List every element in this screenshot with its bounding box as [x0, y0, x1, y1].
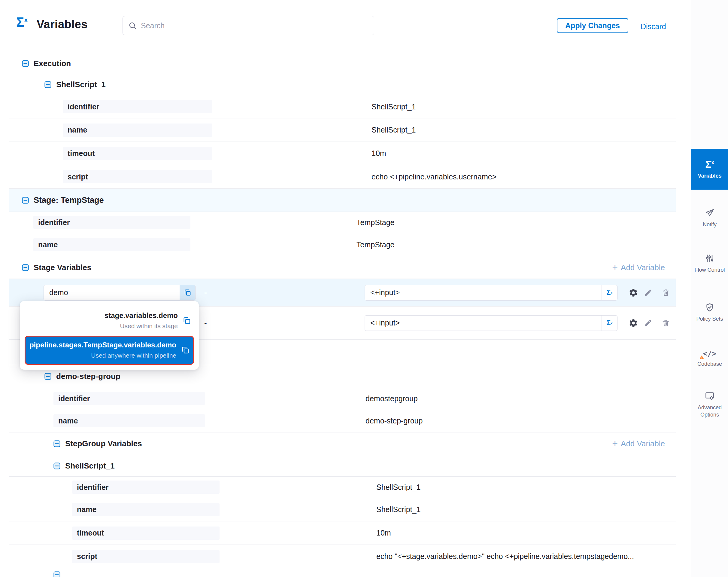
row-step-group-name: name demo-step-group — [9, 409, 676, 432]
prop-label: name — [33, 238, 190, 251]
usage-option-sublabel: Used anywhere within pipeline — [29, 352, 176, 359]
row-step2-name: name ShellScript_1 — [9, 498, 676, 521]
runtime-input-icon[interactable]: Σx — [602, 285, 617, 300]
collapse-icon[interactable] — [53, 440, 60, 447]
delete-icon[interactable] — [661, 288, 670, 297]
variable-name-value: demo — [49, 288, 68, 297]
prop-label: name — [63, 124, 212, 137]
nav-label: Policy Sets — [694, 316, 725, 323]
copy-icon[interactable] — [183, 317, 191, 325]
paper-plane-icon — [705, 208, 714, 218]
sigma-glyph: Σ — [607, 319, 611, 327]
usage-option-label: stage.variables.demo — [105, 311, 178, 320]
prop-label: script — [63, 170, 212, 183]
search-input[interactable] — [141, 21, 357, 30]
row-step1-name: name ShellScript_1 — [9, 118, 676, 142]
collapse-icon[interactable] — [53, 571, 60, 577]
sigma-glyph: Σ — [705, 158, 711, 170]
usage-option-sublabel: Used within its stage — [105, 323, 178, 330]
nav-item-codebase[interactable]: </> Codebase — [691, 343, 728, 375]
copy-icon[interactable] — [180, 285, 195, 300]
nav-item-policy-sets[interactable]: Policy Sets — [691, 294, 728, 331]
nav-label: Codebase — [694, 361, 725, 368]
usage-option-text: pipeline.stages.TempStage.variables.demo… — [29, 341, 176, 359]
apply-changes-button[interactable]: Apply Changes — [557, 18, 628, 33]
prop-label: identifier — [53, 392, 205, 405]
usage-option-pipeline-scope[interactable]: pipeline.stages.TempStage.variables.demo… — [25, 336, 194, 365]
collapse-icon[interactable] — [45, 81, 51, 88]
plus-icon: + — [612, 262, 618, 272]
variable-type-dash: - — [204, 288, 207, 297]
row-step2-identifier: identifier ShellScript_1 — [9, 477, 676, 498]
edit-icon[interactable] — [644, 288, 652, 297]
nav-item-notify[interactable]: Notify — [691, 202, 728, 234]
variable-type-dash: - — [204, 318, 207, 328]
warning-triangle-icon — [699, 355, 704, 360]
discard-button[interactable]: Discard — [641, 22, 666, 31]
nav-label: Flow Control — [694, 267, 725, 274]
nav-item-flow-control[interactable]: Flow Control — [691, 245, 728, 282]
prop-label: timeout — [72, 527, 219, 540]
variable-name-input[interactable]: demo — [44, 285, 196, 301]
row-stepgroup-variables: StepGroup Variables +Add Variable — [9, 432, 676, 455]
group-label-stage: Stage: TempStage — [34, 196, 104, 205]
add-variable-label: Add Variable — [621, 439, 665, 448]
add-variable-label: Add Variable — [621, 263, 665, 272]
nav-item-advanced-options[interactable]: Advanced Options — [691, 385, 728, 424]
sigma-glyph: Σ — [607, 288, 611, 297]
variable-value-input[interactable]: <+input> Σx — [365, 285, 618, 301]
usage-option-text: stage.variables.demo Used within its sta… — [105, 311, 178, 330]
header: Σx Variables Apply Changes Discard — [0, 0, 691, 51]
collapse-icon[interactable] — [22, 197, 29, 204]
collapse-icon[interactable] — [22, 264, 29, 271]
plus-icon: + — [612, 438, 618, 448]
group-label-stage-variables: Stage Variables — [34, 263, 91, 272]
row-step2-script: script echo "<+stage.variables.demo>" ec… — [9, 545, 676, 568]
settings-icon[interactable] — [629, 288, 638, 298]
edit-icon[interactable] — [644, 319, 652, 327]
delete-icon[interactable] — [661, 319, 670, 327]
sigma-sup-glyph: x — [610, 291, 613, 295]
nav-item-variables[interactable]: Σx Variables — [691, 149, 728, 190]
variable-value-text: <+input> — [370, 319, 400, 327]
group-label-step1: ShellScript_1 — [56, 80, 106, 89]
prop-value: ShellScript_1 — [376, 483, 420, 492]
variable-value-input[interactable]: <+input> Σx — [365, 315, 618, 331]
row-partial — [9, 568, 676, 577]
add-variable-button[interactable]: +Add Variable — [612, 263, 665, 272]
variable-usage-popup: stage.variables.demo Used within its sta… — [20, 301, 199, 370]
nav-label: Notify — [694, 221, 725, 228]
prop-label: timeout — [63, 147, 212, 160]
sigma-sup-glyph: x — [610, 321, 613, 325]
row-step2: ShellScript_1 — [9, 455, 676, 477]
search-icon — [128, 21, 137, 30]
row-step-group-identifier: identifier demostepgroup — [9, 388, 676, 409]
prop-label: name — [72, 503, 219, 516]
prop-label: name — [53, 414, 205, 427]
row-step1-timeout: timeout 10m — [9, 142, 676, 165]
search-box[interactable] — [123, 16, 374, 35]
variables-panel: Σx Variables Apply Changes Discard Execu… — [0, 0, 728, 577]
add-variable-button[interactable]: +Add Variable — [612, 439, 665, 448]
nav-label: Advanced Options — [694, 404, 725, 418]
collapse-icon[interactable] — [53, 462, 60, 470]
prop-value: TempStage — [357, 241, 394, 249]
prop-value: ShellScript_1 — [371, 126, 416, 134]
collapse-icon[interactable] — [22, 60, 29, 67]
group-label-execution: Execution — [34, 59, 71, 68]
row-stage-name: name TempStage — [9, 233, 676, 256]
window-gear-icon — [705, 391, 714, 401]
copy-icon[interactable] — [181, 346, 189, 354]
settings-icon[interactable] — [629, 318, 638, 328]
shield-check-icon — [705, 303, 714, 312]
row-step2-timeout: timeout 10m — [9, 521, 676, 545]
collapse-icon[interactable] — [45, 373, 51, 380]
prop-value: 10m — [371, 149, 386, 158]
runtime-input-icon[interactable]: Σx — [602, 316, 617, 331]
sigma-glyph: Σ — [16, 15, 24, 29]
code-glyph-text: </> — [703, 349, 716, 358]
variable-value-text: <+input> — [370, 288, 400, 297]
usage-option-stage-scope[interactable]: stage.variables.demo Used within its sta… — [25, 306, 194, 336]
variables-icon: Σx — [705, 159, 714, 169]
row-step1: ShellScript_1 — [9, 74, 676, 95]
